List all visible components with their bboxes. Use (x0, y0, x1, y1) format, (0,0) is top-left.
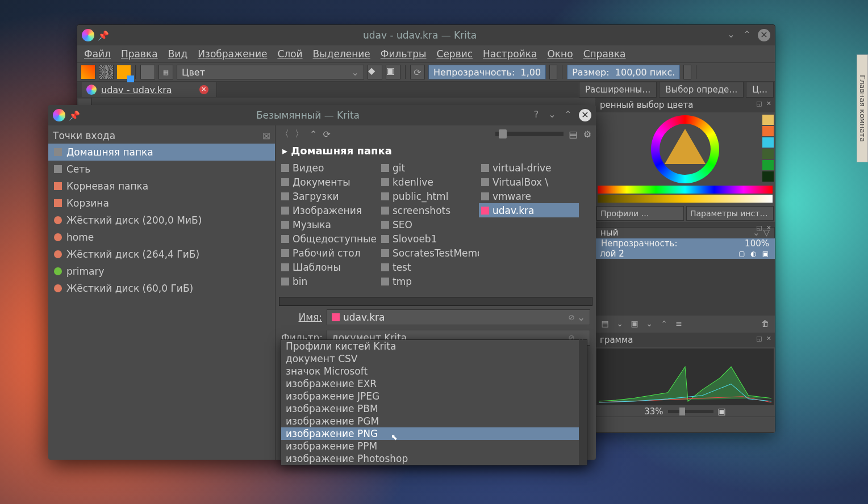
close-icon[interactable]: ✕ (579, 109, 591, 121)
dropdown-scrollbar[interactable] (579, 340, 587, 465)
swatch[interactable] (762, 149, 774, 159)
file-item[interactable]: screenshots (379, 203, 479, 217)
size-spinner[interactable] (683, 65, 691, 79)
nav-forward-icon[interactable]: 〉 (295, 128, 304, 140)
menu-file[interactable]: Файл (84, 48, 111, 60)
place-item[interactable]: Жёсткий диск (60,0 ГиБ) (48, 280, 275, 297)
menu-layer[interactable]: Слой (277, 48, 302, 60)
place-item[interactable]: Жёсткий диск (264,4 ГиБ) (48, 246, 275, 263)
file-item[interactable]: SocratesTestMemorier (379, 246, 479, 260)
pattern-preset-icon[interactable] (99, 65, 114, 79)
opacity-field[interactable]: Непрозрачность: 1,00 (428, 65, 546, 79)
place-item[interactable]: Сеть (48, 161, 275, 178)
filter-dropdown-list[interactable]: Профили кистей Kritaдокумент CSVзначок M… (281, 339, 587, 465)
sat-slider[interactable] (598, 195, 773, 203)
filter-option[interactable]: изображение PBM (281, 402, 587, 415)
settings-icon[interactable]: ⚙ (583, 129, 591, 140)
file-item[interactable]: test (379, 260, 479, 274)
nav-back-icon[interactable]: 〈 (280, 128, 289, 140)
tab-profiles[interactable]: Профили … (596, 206, 684, 221)
fg-bg-color-icon[interactable] (117, 65, 131, 79)
file-item[interactable]: Загрузки (279, 189, 379, 203)
menu-settings[interactable]: Настройка (483, 48, 537, 60)
layer-flags[interactable]: ▢ ◐ ▣ (738, 250, 770, 258)
pin-icon[interactable]: 📌 (69, 110, 80, 121)
tab-close-icon[interactable]: ✕ (199, 85, 208, 94)
alpha-lock-icon[interactable]: ▣ (386, 65, 400, 79)
file-item[interactable]: SEO (379, 217, 479, 232)
menu-window[interactable]: Окно (547, 48, 573, 60)
menu-help[interactable]: Справка (583, 48, 626, 60)
minimize-icon[interactable]: ⌄ (726, 29, 736, 41)
file-item[interactable]: git (379, 161, 479, 175)
file-item[interactable]: Slovoeb1 (379, 232, 479, 246)
menu-tools[interactable]: Сервис (437, 48, 473, 60)
blend-mode-dropdown[interactable]: Цвет ⌄ (177, 65, 364, 79)
horizontal-scrollbar[interactable] (279, 297, 592, 306)
menu-edit[interactable]: Правка (121, 48, 158, 60)
clear-icon[interactable]: ⊘ (568, 313, 575, 322)
menu-filters[interactable]: Фильтры (381, 48, 427, 60)
hue-slider[interactable] (598, 186, 773, 194)
document-tab[interactable]: udav - udav.kra ✕ (82, 82, 217, 97)
duplicate-icon[interactable]: ▣ (629, 319, 640, 329)
filename-input[interactable]: udav.kra ⊘ ⌄ (327, 309, 590, 325)
tab-selector[interactable]: Выбор опреде… (659, 82, 744, 98)
filter-option[interactable]: Профили кистей Krita (281, 340, 587, 352)
file-list[interactable]: ВидеоДокументыЗагрузкиИзображенияМузыкаО… (276, 159, 596, 296)
place-item[interactable]: Корневая папка (48, 178, 275, 195)
file-item[interactable]: tmp (379, 274, 479, 288)
filter-option[interactable]: изображение EXR (281, 377, 587, 390)
place-item[interactable]: primary (48, 263, 275, 280)
swatch[interactable] (762, 115, 774, 125)
color-triangle[interactable] (665, 128, 706, 163)
file-item[interactable]: bin (279, 274, 379, 288)
main-titlebar[interactable]: 📌 udav - udav.kra — Krita ⌄ ⌃ ✕ (77, 25, 775, 45)
view-mode-icon[interactable]: ▤ (569, 129, 578, 140)
icon-size-slider[interactable] (495, 132, 564, 136)
reload-icon[interactable]: ⟳ (410, 65, 425, 79)
zoom-slider[interactable] (668, 410, 713, 413)
file-item[interactable]: Видео (279, 161, 379, 175)
nav-up-icon[interactable]: ⌃ (310, 129, 317, 140)
filter-option[interactable]: изображение JPEG (281, 390, 587, 402)
file-item[interactable]: virtual-drive (479, 161, 579, 175)
menu-select[interactable]: Выделение (313, 48, 370, 60)
place-item[interactable]: Жёсткий диск (200,0 МиБ) (48, 212, 275, 229)
layer-opacity-bar[interactable]: Непрозрачность: 100% (595, 238, 775, 249)
file-item[interactable]: Музыка (279, 217, 379, 232)
down-icon[interactable]: ⌄ (615, 319, 625, 329)
size-field[interactable]: Размер: 100,00 пикс. (567, 65, 680, 79)
breadcrumb[interactable]: ▸ Домашняя папка (276, 142, 596, 159)
tab-c[interactable]: Ц… (746, 82, 774, 98)
swatch[interactable] (762, 171, 774, 182)
swatch[interactable] (762, 160, 774, 170)
file-item[interactable]: VirtualBox \ (479, 175, 579, 189)
file-item[interactable]: Общедоступные (279, 232, 379, 246)
move-up-icon[interactable]: ⌃ (659, 319, 669, 329)
brush-editor-icon[interactable]: ▦ (158, 65, 173, 79)
filter-option[interactable]: документ CSV (281, 352, 587, 365)
minimize-icon[interactable]: ⌄ (547, 109, 557, 121)
help-icon[interactable]: ? (531, 109, 541, 121)
opacity-spinner[interactable] (549, 65, 557, 79)
layer-blend-dropdown[interactable]: ный ⌄ ▽ (595, 227, 775, 238)
delete-layer-icon[interactable]: 🗑 (760, 319, 770, 329)
tab-advanced[interactable]: Расширенны… (579, 82, 657, 98)
file-dialog-titlebar[interactable]: 📌 Безымянный — Krita ? ⌄ ⌃ ✕ (48, 105, 596, 125)
eraser-icon[interactable]: ◆ (368, 65, 382, 79)
file-item[interactable]: udav.kra (479, 203, 579, 217)
move-down-icon[interactable]: ⌄ (644, 319, 654, 329)
filter-option[interactable]: изображение PGM (281, 415, 587, 427)
brush-preset-icon[interactable] (140, 65, 155, 79)
menu-image[interactable]: Изображение (198, 48, 267, 60)
menu-view[interactable]: Вид (168, 48, 187, 60)
file-item[interactable]: Изображения (279, 203, 379, 217)
places-close-icon[interactable]: ⊠ (262, 130, 270, 141)
pin-icon[interactable]: 📌 (98, 30, 109, 41)
swatch[interactable] (762, 137, 774, 148)
swatch[interactable] (762, 126, 774, 136)
properties-icon[interactable]: ≡ (674, 319, 684, 329)
dock-controls[interactable]: ◱ ✕ (756, 100, 773, 107)
layer-item[interactable]: лой 2 ▢ ◐ ▣ (595, 249, 775, 259)
